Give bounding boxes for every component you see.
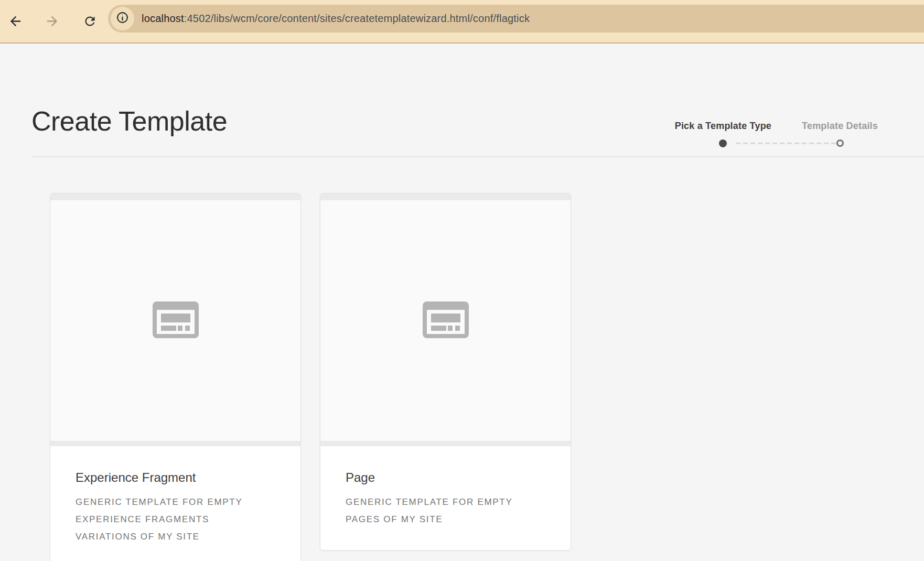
browser-back-button[interactable] [3,9,27,34]
browser-reload-button[interactable] [78,9,102,34]
create-template-wizard: Create Template Pick a Template Type Tem… [0,44,924,561]
info-circle-icon [116,11,129,26]
step-label: Template Details [802,121,878,132]
step-current-dot [719,139,727,147]
step-upcoming-dot [836,139,844,147]
template-type-list: Experience Fragment GENERIC TEMPLATE FOR… [50,193,924,561]
card-thumbnail [50,193,300,446]
card-description: GENERIC TEMPLATE FOR EMPTY EXPERIENCE FR… [76,493,259,545]
page-title: Create Template [31,106,227,136]
header-divider [33,156,924,157]
card-body: Experience Fragment GENERIC TEMPLATE FOR… [50,446,300,561]
webpage-icon [423,301,469,340]
browser-toolbar: localhost:4502/libs/wcm/core/content/sit… [0,0,924,44]
browser-forward-button[interactable] [40,9,64,34]
reload-icon [83,14,97,28]
webpage-icon [153,301,199,340]
url-text[interactable]: localhost:4502/libs/wcm/core/content/sit… [142,13,530,25]
card-title: Experience Fragment [76,470,274,485]
url-host: localhost [142,13,184,24]
arrow-right-icon [45,14,60,29]
template-card-page[interactable]: Page GENERIC TEMPLATE FOR EMPTY PAGES OF… [320,193,571,551]
arrow-left-icon [8,14,23,29]
url-path: :4502/libs/wcm/core/content/sites/create… [184,13,530,24]
card-body: Page GENERIC TEMPLATE FOR EMPTY PAGES OF… [320,446,571,550]
page-header: Create Template Pick a Template Type Tem… [0,44,924,148]
card-thumbnail [320,193,571,446]
template-card-experience-fragment[interactable]: Experience Fragment GENERIC TEMPLATE FOR… [50,193,301,561]
site-info-button[interactable] [111,7,134,30]
step-connector-dashed-line [736,143,836,144]
url-bar[interactable]: localhost:4502/libs/wcm/core/content/sit… [108,5,924,33]
step-indicator: Pick a Template Type Template Details [675,121,878,148]
card-description: GENERIC TEMPLATE FOR EMPTY PAGES OF MY S… [346,493,529,528]
step-label: Pick a Template Type [675,121,771,132]
card-title: Page [346,470,544,485]
